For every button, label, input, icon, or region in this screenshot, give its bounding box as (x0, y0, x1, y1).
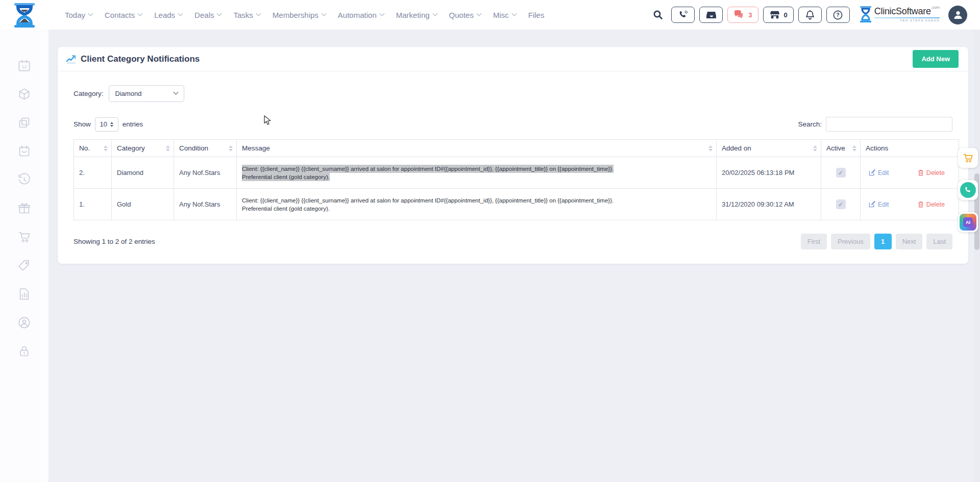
column-header-active[interactable]: Active (821, 140, 861, 157)
menu-item-automation[interactable]: Automation (338, 11, 384, 19)
pagination-previous-button[interactable]: Previous (831, 234, 870, 249)
show-label: Show (74, 120, 91, 128)
menu-label: Marketing (396, 11, 430, 19)
delete-label: Delete (926, 169, 945, 176)
svg-text:12: 12 (21, 64, 27, 69)
chevron-down-icon (321, 11, 326, 16)
chevron-down-icon (477, 11, 482, 16)
store-button[interactable]: 0 (763, 7, 794, 23)
cell-condition: Any Nof.Stars (174, 189, 237, 220)
menu-item-deals[interactable]: Deals (194, 11, 221, 19)
delete-link[interactable]: Delete (918, 201, 945, 208)
message-line: Client: {{client_name}} {{client_surname… (242, 196, 614, 205)
menu-item-misc[interactable]: Misc (493, 11, 516, 19)
menu-label: Misc (493, 11, 509, 19)
chevron-down-icon (379, 11, 384, 16)
history-clock-icon[interactable] (10, 165, 39, 194)
top-navbar: Today Contacts Leads Deals Tasks Members… (0, 0, 980, 30)
menu-item-marketing[interactable]: Marketing (396, 11, 437, 19)
pagination-page-1-button[interactable]: 1 (874, 234, 892, 249)
menu-item-tasks[interactable]: Tasks (233, 11, 260, 19)
card-header: Client Category Notifications Add New (58, 47, 968, 71)
table-row: 2. Diamond Any Nof.Stars Client: {{clien… (74, 157, 959, 189)
gift-icon[interactable] (10, 194, 39, 222)
cart-orange-icon (962, 153, 974, 164)
table-search: Search: (798, 117, 952, 132)
active-checkbox-checked[interactable]: ✓ (836, 199, 846, 209)
notifications-button[interactable] (798, 7, 822, 23)
menu-label: Files (528, 11, 545, 19)
menu-item-today[interactable]: Today (65, 11, 92, 19)
calendar-smile-icon[interactable] (10, 137, 39, 165)
menu-label: Tasks (233, 11, 253, 19)
menu-item-files[interactable]: Files (528, 11, 545, 19)
menu-label: Contacts (105, 11, 135, 19)
left-sidebar: 12 (0, 30, 48, 482)
page-size-select[interactable]: 10 (95, 117, 118, 132)
chat-notifications-button[interactable]: 3 (727, 7, 758, 23)
cell-active: ✓ (821, 189, 861, 220)
category-selected-value: Diamond (115, 90, 142, 97)
add-new-button[interactable]: Add New (913, 50, 959, 68)
user-avatar[interactable] (948, 6, 967, 24)
search-icon[interactable] (652, 9, 664, 20)
menu-item-leads[interactable]: Leads (154, 11, 182, 19)
copy-pages-icon[interactable] (10, 108, 39, 137)
category-filter-row: Category: Diamond (74, 85, 952, 102)
inbox-button[interactable] (699, 7, 723, 23)
category-select[interactable]: Diamond (109, 85, 184, 102)
package-cube-icon[interactable] (10, 80, 39, 108)
clinicsoftware-brand-logo[interactable]: ClinicSoftware .com TEN STEPS AHEAD (860, 6, 940, 23)
column-label: Category (117, 144, 145, 152)
brand-name: ClinicSoftware (874, 6, 931, 17)
quick-ai-button[interactable]: AI (958, 212, 978, 232)
app-logo-hourglass-icon[interactable] (13, 3, 36, 28)
calendar-12-icon[interactable]: 12 (10, 51, 39, 80)
lock-icon[interactable] (10, 337, 39, 365)
message-line: Preferential client (gold category). (242, 205, 330, 213)
price-tag-icon[interactable] (10, 251, 39, 280)
column-header-message[interactable]: Message (237, 140, 717, 157)
trash-icon (918, 201, 924, 208)
quick-call-button[interactable] (958, 180, 978, 200)
brand-underline (874, 17, 940, 18)
column-header-condition[interactable]: Condition (174, 140, 237, 157)
cell-no: 1. (74, 189, 112, 220)
column-header-no[interactable]: No. (74, 140, 112, 157)
floating-quick-actions: AI (958, 148, 978, 232)
pagination-first-button[interactable]: First (801, 234, 827, 249)
search-input[interactable] (826, 117, 952, 132)
help-button[interactable]: ? (826, 7, 850, 23)
card-body: Category: Diamond Show 10 entries Search… (58, 85, 968, 264)
menu-label: Leads (154, 11, 175, 19)
chevron-down-icon (511, 11, 517, 16)
chevron-down-icon (217, 11, 222, 16)
user-status-icon[interactable] (10, 308, 39, 337)
content-card: Client Category Notifications Add New Ca… (58, 47, 968, 264)
store-count-badge: 0 (784, 11, 788, 19)
edit-link[interactable]: Edit (869, 169, 889, 176)
cell-added-on: 20/02/2025 06:13:18 PM (717, 157, 821, 189)
cell-category: Gold (112, 189, 174, 220)
page-size-control: Show 10 entries (74, 117, 143, 132)
menu-item-memberships[interactable]: Memberships (273, 11, 326, 19)
storefront-icon (769, 10, 780, 19)
menu-item-contacts[interactable]: Contacts (105, 11, 142, 19)
phone-button[interactable] (671, 7, 695, 23)
report-chart-icon[interactable] (10, 280, 39, 308)
sort-arrows-icon (229, 145, 233, 151)
quick-cart-button[interactable] (958, 148, 978, 168)
column-header-added-on[interactable]: Added on (717, 140, 821, 157)
menu-label: Memberships (273, 11, 318, 19)
pagination-last-button[interactable]: Last (926, 234, 952, 249)
edit-link[interactable]: Edit (869, 201, 889, 208)
menu-label: Deals (194, 11, 214, 19)
pagination-next-button[interactable]: Next (896, 234, 923, 249)
delete-link[interactable]: Delete (918, 169, 945, 176)
menu-item-quotes[interactable]: Quotes (449, 11, 481, 19)
page-size-value: 10 (100, 120, 107, 128)
active-checkbox-checked[interactable]: ✓ (836, 168, 846, 177)
main-menu: Today Contacts Leads Deals Tasks Members… (65, 11, 544, 19)
column-header-category[interactable]: Category (112, 140, 174, 157)
shopping-cart-icon[interactable] (10, 222, 39, 251)
